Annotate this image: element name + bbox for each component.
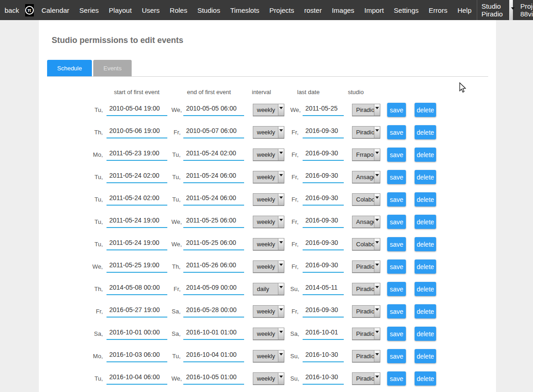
nav-item-roster[interactable]: roster <box>299 6 327 14</box>
interval-select[interactable]: weekly <box>253 126 284 138</box>
tab-schedule[interactable]: Schedule <box>47 60 92 76</box>
save-button[interactable]: save <box>387 282 406 296</box>
interval-select[interactable]: weekly <box>253 260 284 273</box>
interval-select[interactable]: weekly <box>253 216 284 228</box>
last-date-input[interactable] <box>303 238 344 250</box>
studio-select[interactable]: Studio Piradio <box>477 0 513 20</box>
studio-select[interactable]: Colabo <box>352 238 380 250</box>
nav-item-series[interactable]: Series <box>75 6 104 14</box>
nav-item-help[interactable]: Help <box>453 6 477 14</box>
interval-select[interactable]: weekly <box>253 148 284 161</box>
last-date-input[interactable] <box>303 104 344 116</box>
interval-select[interactable]: weekly <box>253 104 284 116</box>
studio-select[interactable]: Piradio <box>352 305 380 318</box>
end-datetime-input[interactable] <box>183 306 244 318</box>
start-datetime-input[interactable] <box>107 350 167 362</box>
interval-select[interactable]: weekly <box>253 350 284 362</box>
interval-select[interactable]: weekly <box>253 171 284 183</box>
end-datetime-input[interactable] <box>183 283 244 295</box>
save-button[interactable]: save <box>387 304 406 318</box>
save-button[interactable]: save <box>387 260 406 274</box>
tab-events[interactable]: Events <box>93 60 132 76</box>
end-datetime-input[interactable] <box>183 328 244 340</box>
nav-item-studios[interactable]: Studios <box>192 6 225 14</box>
nav-item-playout[interactable]: Playout <box>104 6 137 14</box>
end-datetime-input[interactable] <box>183 104 244 116</box>
save-button[interactable]: save <box>387 148 406 162</box>
save-button[interactable]: save <box>387 103 406 117</box>
start-datetime-input[interactable] <box>107 149 167 161</box>
start-datetime-input[interactable] <box>107 216 167 228</box>
save-button[interactable]: save <box>387 371 406 386</box>
end-datetime-input[interactable] <box>183 350 244 362</box>
back-link[interactable]: back <box>0 6 24 14</box>
last-date-input[interactable] <box>303 149 344 161</box>
last-date-input[interactable] <box>303 127 344 138</box>
interval-select[interactable]: weekly <box>253 193 284 206</box>
studio-select[interactable]: Piradio <box>352 328 380 340</box>
start-datetime-input[interactable] <box>107 238 167 250</box>
save-button[interactable]: save <box>387 170 406 184</box>
nav-item-users[interactable]: Users <box>137 6 165 14</box>
delete-button[interactable]: delete <box>415 327 436 341</box>
studio-select[interactable]: Ansage <box>352 171 380 183</box>
nav-item-timeslots[interactable]: Timeslots <box>225 6 265 14</box>
delete-button[interactable]: delete <box>415 282 436 296</box>
end-datetime-input[interactable] <box>183 194 244 206</box>
delete-button[interactable]: delete <box>415 371 436 386</box>
start-datetime-input[interactable] <box>107 171 167 183</box>
start-datetime-input[interactable] <box>107 104 167 116</box>
start-datetime-input[interactable] <box>107 283 167 295</box>
chevron-down-icon[interactable] <box>509 0 513 20</box>
start-datetime-input[interactable] <box>107 127 167 138</box>
end-datetime-input[interactable] <box>183 261 244 273</box>
last-date-input[interactable] <box>303 350 344 362</box>
nav-item-calendar[interactable]: Calendar <box>37 6 75 14</box>
interval-select[interactable]: weekly <box>253 328 284 340</box>
nav-item-settings[interactable]: Settings <box>389 6 424 14</box>
interval-select[interactable]: weekly <box>253 305 284 318</box>
studio-select[interactable]: Piradio <box>352 283 380 295</box>
end-datetime-input[interactable] <box>183 238 244 250</box>
studio-select[interactable]: Ansage <box>352 216 380 228</box>
delete-button[interactable]: delete <box>415 304 436 318</box>
end-datetime-input[interactable] <box>183 216 244 228</box>
last-date-input[interactable] <box>303 171 344 183</box>
project-select[interactable]: Project 88vier <box>516 0 533 20</box>
nav-item-roles[interactable]: Roles <box>165 6 192 14</box>
end-datetime-input[interactable] <box>183 373 244 385</box>
save-button[interactable]: save <box>387 125 406 139</box>
start-datetime-input[interactable] <box>107 373 167 385</box>
studio-select[interactable]: Piradio <box>352 372 380 385</box>
delete-button[interactable]: delete <box>415 103 436 117</box>
studio-select[interactable]: Piradio <box>352 260 380 273</box>
pi-radio-logo-icon[interactable]: π <box>25 4 34 16</box>
delete-button[interactable]: delete <box>415 125 436 139</box>
interval-select[interactable]: daily <box>253 283 284 295</box>
nav-item-errors[interactable]: Errors <box>424 6 453 14</box>
studio-select[interactable]: Piradio <box>352 126 380 138</box>
studio-select[interactable]: Frrapo <box>352 148 380 161</box>
last-date-input[interactable] <box>303 194 344 206</box>
last-date-input[interactable] <box>303 216 344 228</box>
delete-button[interactable]: delete <box>415 349 436 363</box>
delete-button[interactable]: delete <box>415 148 436 162</box>
start-datetime-input[interactable] <box>107 261 167 273</box>
interval-select[interactable]: weekly <box>253 238 284 250</box>
save-button[interactable]: save <box>387 327 406 341</box>
delete-button[interactable]: delete <box>415 192 436 207</box>
delete-button[interactable]: delete <box>415 170 436 184</box>
nav-item-images[interactable]: Images <box>327 6 359 14</box>
end-datetime-input[interactable] <box>183 149 244 161</box>
delete-button[interactable]: delete <box>415 237 436 251</box>
start-datetime-input[interactable] <box>107 194 167 206</box>
save-button[interactable]: save <box>387 192 406 207</box>
last-date-input[interactable] <box>303 261 344 273</box>
studio-select[interactable]: Colabo <box>352 193 380 206</box>
last-date-input[interactable] <box>303 373 344 385</box>
delete-button[interactable]: delete <box>415 260 436 274</box>
delete-button[interactable]: delete <box>415 215 436 229</box>
start-datetime-input[interactable] <box>107 306 167 318</box>
nav-item-projects[interactable]: Projects <box>264 6 299 14</box>
studio-select[interactable]: Piradio <box>352 350 380 362</box>
